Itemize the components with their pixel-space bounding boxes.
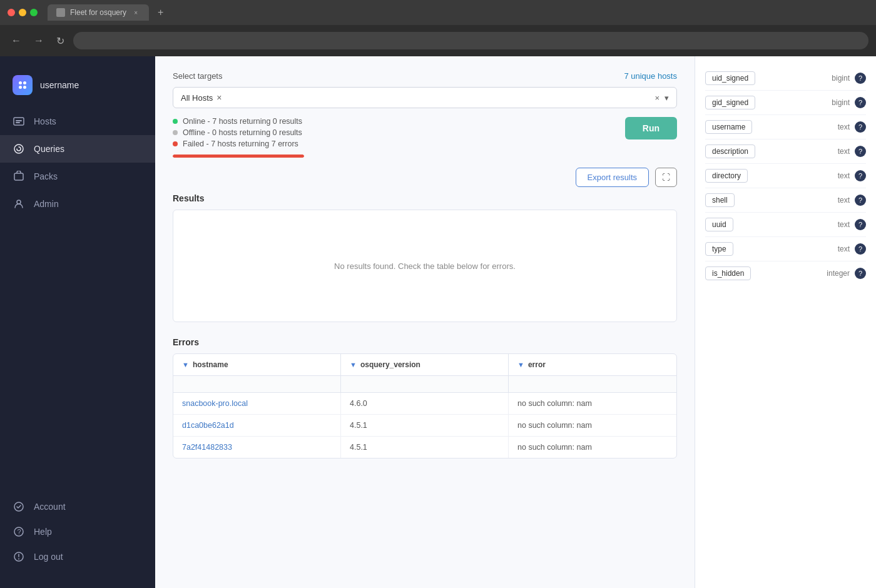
sidebar-item-admin[interactable]: Admin — [0, 190, 155, 218]
sidebar-item-help[interactable]: ? Help — [0, 519, 155, 544]
offline-dot — [173, 130, 178, 135]
help-icon: ? — [13, 525, 25, 538]
clear-all-icon[interactable]: × — [654, 93, 660, 103]
schema-field-name: gid_signed — [705, 96, 755, 109]
sidebar-item-hosts[interactable]: Hosts — [0, 108, 155, 135]
schema-row-gid-signed: gid_signed bigint ? — [705, 91, 866, 115]
table-row: d1ca0be62a1d 4.5.1 no such column: nam — [173, 415, 676, 437]
dropdown-icon[interactable]: ▾ — [665, 93, 669, 103]
status-items: Online - 7 hosts returning 0 results Off… — [173, 117, 304, 158]
schema-row-type: type text ? — [705, 237, 866, 261]
td-osquery-version: 4.5.1 — [341, 437, 509, 458]
svg-text:?: ? — [18, 528, 21, 535]
td-error: no such column: nam — [509, 393, 676, 414]
schema-help-button[interactable]: ? — [855, 243, 866, 255]
logout-icon — [13, 550, 25, 563]
schema-field-type: text — [838, 147, 850, 156]
schema-help-button[interactable]: ? — [855, 268, 866, 279]
sidebar-item-label: Admin — [34, 199, 59, 209]
tag-remove-button[interactable]: × — [216, 93, 222, 103]
sidebar-item-label: Log out — [34, 552, 63, 562]
avatar-dot — [19, 81, 22, 84]
run-button[interactable]: Run — [625, 117, 677, 139]
targets-label: Select targets — [173, 71, 223, 81]
export-results-button[interactable]: Export results — [576, 168, 649, 187]
schema-help-button[interactable]: ? — [855, 146, 866, 157]
schema-help-button[interactable]: ? — [855, 195, 866, 206]
errors-table-header: ▼ hostname ▼ osquery_version ▼ error — [173, 354, 676, 376]
th-hostname-label: hostname — [193, 360, 228, 369]
schema-field-name: type — [705, 242, 733, 256]
avatar — [13, 75, 33, 95]
target-tag-all-hosts: All Hosts × — [181, 93, 222, 103]
th-osquery-version-label: osquery_version — [360, 360, 420, 369]
sidebar: username Hosts — [0, 56, 155, 588]
td-osquery-version: 4.6.0 — [341, 393, 509, 414]
error-filter-input[interactable] — [509, 376, 676, 392]
schema-field-type: text — [838, 220, 850, 229]
traffic-light-red[interactable] — [8, 9, 15, 16]
schema-field-type: text — [838, 245, 850, 253]
tag-label: All Hosts — [181, 93, 213, 103]
schema-field-type: bigint — [832, 74, 850, 83]
schema-row-description: description text ? — [705, 139, 866, 164]
targets-controls: × ▾ — [654, 93, 669, 103]
avatar-dot — [19, 86, 22, 89]
status-failed: Failed - 7 hosts returning 7 errors — [173, 139, 304, 148]
filter-icon[interactable]: ▼ — [182, 361, 189, 368]
hosts-icon — [13, 115, 25, 128]
filter-icon[interactable]: ▼ — [350, 361, 357, 368]
schema-field-name: shell — [705, 193, 735, 207]
targets-input[interactable]: All Hosts × × ▾ — [173, 87, 677, 108]
schema-field-name: description — [705, 144, 755, 158]
table-row: snacbook-pro.local 4.6.0 no such column:… — [173, 393, 676, 415]
results-section-title: Results — [173, 193, 677, 203]
schema-field-name: uid_signed — [705, 71, 755, 85]
progress-bar-wrap — [173, 155, 304, 158]
schema-help-button[interactable]: ? — [855, 73, 866, 84]
right-panel: uid_signed bigint ? gid_signed bigint ? … — [695, 56, 876, 588]
schema-help-button[interactable]: ? — [855, 97, 866, 108]
traffic-lights — [8, 9, 38, 16]
traffic-light-green[interactable] — [30, 9, 38, 16]
sidebar-item-packs[interactable]: Packs — [0, 163, 155, 190]
nav-refresh-button[interactable]: ↻ — [53, 33, 68, 49]
th-hostname: ▼ hostname — [173, 354, 341, 375]
table-row: 7a2f41482833 4.5.1 no such column: nam — [173, 437, 676, 458]
traffic-light-yellow[interactable] — [19, 9, 26, 16]
avatar-dot — [23, 86, 26, 89]
td-hostname: d1ca0be62a1d — [173, 415, 341, 436]
online-dot — [173, 119, 178, 124]
nav-forward-button[interactable]: → — [30, 33, 48, 49]
browser-tab[interactable]: Fleet for osquery × — [48, 4, 149, 21]
sidebar-bottom: Account ? Help Log out — [0, 488, 155, 575]
avatar-dots — [19, 81, 26, 89]
osquery-version-filter-input[interactable] — [341, 376, 509, 392]
address-bar[interactable] — [73, 32, 868, 49]
schema-help-button[interactable]: ? — [855, 170, 866, 181]
tab-add-button[interactable]: + — [158, 7, 163, 18]
tab-close-button[interactable]: × — [131, 8, 140, 17]
th-input-row — [173, 376, 676, 393]
schema-field-type: bigint — [832, 98, 850, 107]
sidebar-item-label: Queries — [34, 144, 64, 154]
sidebar-item-label: Help — [34, 527, 52, 537]
hostname-filter-input[interactable] — [173, 376, 341, 392]
svg-point-3 — [14, 144, 23, 153]
sidebar-item-queries[interactable]: Queries — [0, 135, 155, 163]
sidebar-item-account[interactable]: Account — [0, 494, 155, 519]
schema-right: integer ? — [827, 268, 866, 279]
fullscreen-button[interactable]: ⛶ — [655, 168, 677, 187]
nav-back-button[interactable]: ← — [8, 33, 25, 49]
schema-field-name: username — [705, 120, 752, 134]
unique-hosts-count: 7 unique hosts — [624, 71, 677, 81]
schema-help-button[interactable]: ? — [855, 219, 866, 230]
failed-text: Failed - 7 hosts returning 7 errors — [183, 139, 298, 148]
tab-title: Fleet for osquery — [70, 8, 126, 17]
schema-right: text ? — [838, 219, 866, 230]
sidebar-item-logout[interactable]: Log out — [0, 544, 155, 569]
schema-field-type: integer — [827, 269, 850, 278]
th-osquery-version: ▼ osquery_version — [341, 354, 509, 375]
schema-help-button[interactable]: ? — [855, 121, 866, 133]
filter-icon[interactable]: ▼ — [517, 361, 524, 368]
